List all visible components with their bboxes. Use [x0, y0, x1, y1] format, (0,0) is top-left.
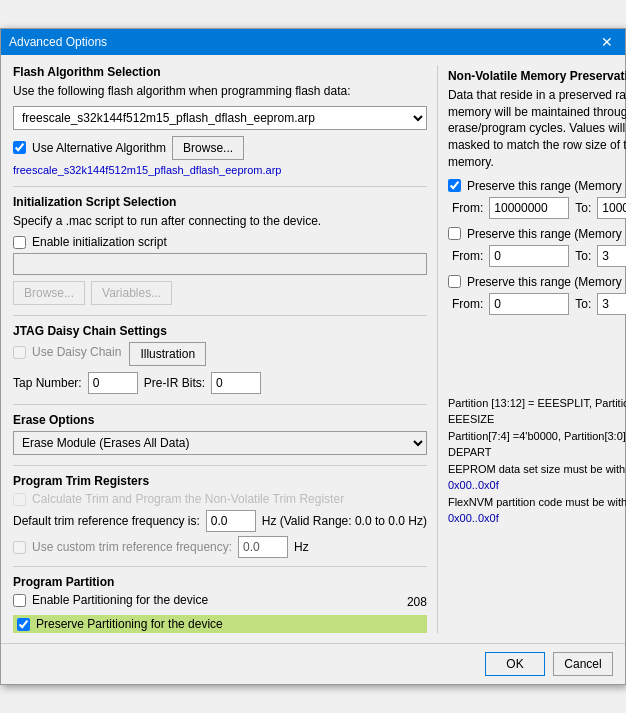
range2-from-label: From:: [452, 297, 483, 311]
partition-info-text: Partition [13:12] = EEESPLIT, Partition[…: [448, 395, 626, 527]
default-freq-input[interactable]: [206, 510, 256, 532]
range1-row: Preserve this range (Memory Range 1) Fro…: [448, 227, 626, 267]
enable-init-label: Enable initialization script: [32, 235, 167, 249]
pre-ir-bits-label: Pre-IR Bits:: [144, 376, 205, 390]
preserve-partition-checkbox[interactable]: [17, 618, 30, 631]
range2-checkbox[interactable]: [448, 275, 461, 288]
program-partition-title: Program Partition: [13, 575, 427, 589]
title-bar: Advanced Options ✕: [1, 29, 625, 55]
use-custom-label: Use custom trim reference frequency:: [32, 540, 232, 554]
use-alternative-row: Use Alternative Algorithm Browse...: [13, 136, 427, 160]
ok-button[interactable]: OK: [485, 652, 545, 676]
tap-number-label: Tap Number:: [13, 376, 82, 390]
range0-row: Preserve this range (Memory Range 0) Fro…: [448, 179, 626, 219]
window-title: Advanced Options: [9, 35, 107, 49]
advanced-options-window: Advanced Options ✕ Flash Algorithm Selec…: [0, 28, 626, 686]
range2-from-to: From: To:: [452, 293, 626, 315]
use-custom-checkbox[interactable]: [13, 541, 26, 554]
range1-label: Preserve this range (Memory Range 1): [467, 227, 626, 241]
range2-to-input[interactable]: [597, 293, 626, 315]
init-script-buttons: Browse... Variables...: [13, 281, 427, 305]
range0-from-label: From:: [452, 201, 483, 215]
program-trim-title: Program Trim Registers: [13, 474, 427, 488]
tap-number-row: Tap Number: Pre-IR Bits:: [13, 372, 427, 394]
illustration-button[interactable]: Illustration: [129, 342, 206, 366]
flash-algorithm-dropdown[interactable]: freescale_s32k144f512m15_pflash_dflash_e…: [13, 106, 427, 130]
range2-to-label: To:: [575, 297, 591, 311]
custom-freq-row: Use custom trim reference frequency: Hz: [13, 536, 427, 558]
program-trim-section: Program Trim Registers Calculate Trim an…: [13, 474, 427, 558]
partition-info-line3: EEPROM data set size must be within 0x00…: [448, 463, 626, 492]
default-freq-row: Default trim reference frequency is: Hz …: [13, 510, 427, 532]
nvmp-title: Non-Volatile Memory Preservation: [448, 69, 626, 83]
use-alternative-checkbox[interactable]: [13, 141, 26, 154]
jtag-title: JTAG Daisy Chain Settings: [13, 324, 427, 338]
range2-row: Preserve this range (Memory Range 2) Fro…: [448, 275, 626, 315]
range0-to-input[interactable]: [597, 197, 626, 219]
range1-from-label: From:: [452, 249, 483, 263]
range2-label: Preserve this range (Memory Range 2): [467, 275, 626, 289]
partition-info-line2: Partition[7:4] =4'b0000, Partition[3:0] …: [448, 430, 626, 459]
init-script-title: Initialization Script Selection: [13, 195, 427, 209]
browse-button-init[interactable]: Browse...: [13, 281, 85, 305]
calc-trim-label: Calculate Trim and Program the Non-Volat…: [32, 492, 344, 506]
program-partition-section: Program Partition Enable Partitioning fo…: [13, 575, 427, 633]
hz-label: Hz (Valid Range: 0.0 to 0.0 Hz): [262, 514, 427, 528]
pre-ir-bits-input[interactable]: [211, 372, 261, 394]
enable-partition-checkbox[interactable]: [13, 594, 26, 607]
erase-title: Erase Options: [13, 413, 427, 427]
range0-to-label: To:: [575, 201, 591, 215]
init-script-section: Initialization Script Selection Specify …: [13, 195, 427, 306]
flash-algorithm-section: Flash Algorithm Selection Use the follow…: [13, 65, 427, 176]
flash-algorithm-desc: Use the following flash algorithm when p…: [13, 83, 427, 100]
enable-init-row: Enable initialization script: [13, 235, 427, 249]
tap-number-input[interactable]: [88, 372, 138, 394]
jtag-row: Use Daisy Chain Illustration: [13, 342, 427, 366]
flash-algorithm-title: Flash Algorithm Selection: [13, 65, 427, 79]
right-panel: Non-Volatile Memory Preservation Data th…: [437, 65, 626, 634]
range0-label: Preserve this range (Memory Range 0): [467, 179, 626, 193]
nvmp-desc: Data that reside in a preserved range of…: [448, 87, 626, 171]
range0-checkbox[interactable]: [448, 179, 461, 192]
use-daisy-label: Use Daisy Chain: [32, 345, 121, 359]
hz2-label: Hz: [294, 540, 309, 554]
bottom-bar: OK Cancel: [1, 643, 625, 684]
init-script-desc: Specify a .mac script to run after conne…: [13, 213, 427, 230]
preserve-partition-row: Preserve Partitioning for the device: [13, 615, 427, 633]
flash-file-label: freescale_s32k144f512m15_pflash_dflash_e…: [13, 164, 427, 176]
partition-value: 208: [407, 595, 427, 609]
close-button[interactable]: ✕: [597, 35, 617, 49]
range1-checkbox[interactable]: [448, 227, 461, 240]
enable-init-checkbox[interactable]: [13, 236, 26, 249]
erase-dropdown[interactable]: Erase Module (Erases All Data): [13, 431, 427, 455]
range1-from-to: From: To:: [452, 245, 626, 267]
range0-from-to: From: To:: [452, 197, 626, 219]
nvmp-section: Non-Volatile Memory Preservation Data th…: [448, 69, 626, 315]
partition-info-line4: FlexNVM partition code must be within 0x…: [448, 496, 626, 525]
range0-from-input[interactable]: [489, 197, 569, 219]
erase-section: Erase Options Erase Module (Erases All D…: [13, 413, 427, 455]
jtag-section: JTAG Daisy Chain Settings Use Daisy Chai…: [13, 324, 427, 394]
init-script-input[interactable]: [13, 253, 427, 275]
preserve-partition-label: Preserve Partitioning for the device: [36, 617, 223, 631]
partition-info-line1: Partition [13:12] = EEESPLIT, Partition[…: [448, 397, 626, 426]
calc-trim-checkbox[interactable]: [13, 493, 26, 506]
range1-from-input[interactable]: [489, 245, 569, 267]
partition-info-area: Partition [13:12] = EEESPLIT, Partition[…: [448, 395, 626, 527]
default-freq-label: Default trim reference frequency is:: [13, 514, 200, 528]
browse-button-flash[interactable]: Browse...: [172, 136, 244, 160]
custom-freq-input[interactable]: [238, 536, 288, 558]
use-daisy-checkbox[interactable]: [13, 346, 26, 359]
left-panel: Flash Algorithm Selection Use the follow…: [13, 65, 437, 634]
range1-to-input[interactable]: [597, 245, 626, 267]
range2-from-input[interactable]: [489, 293, 569, 315]
flash-algorithm-dropdown-container: freescale_s32k144f512m15_pflash_dflash_e…: [13, 106, 427, 130]
enable-partition-label: Enable Partitioning for the device: [32, 593, 208, 607]
variables-button[interactable]: Variables...: [91, 281, 172, 305]
use-alternative-label: Use Alternative Algorithm: [32, 141, 166, 155]
partition-top-row: Enable Partitioning for the device 208: [13, 593, 427, 611]
range1-to-label: To:: [575, 249, 591, 263]
cancel-button[interactable]: Cancel: [553, 652, 613, 676]
